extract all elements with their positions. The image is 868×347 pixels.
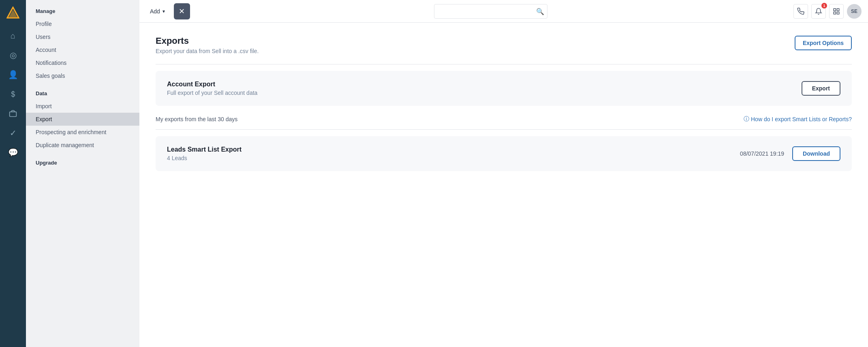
divider-1	[156, 64, 852, 64]
manage-section-title: Manage	[26, 8, 139, 17]
topbar-icons: 1 SE	[793, 4, 862, 19]
dollar-icon[interactable]: ＄	[5, 86, 21, 102]
add-label: Add	[150, 8, 160, 15]
nav-item-account[interactable]: Account	[26, 43, 139, 56]
avatar[interactable]: SE	[847, 4, 862, 19]
page-header: Exports Export your data from Sell into …	[156, 36, 852, 54]
download-date: 08/07/2021 19:19	[740, 150, 784, 157]
search-input[interactable]	[434, 4, 547, 19]
search-icon[interactable]: 🔍	[536, 7, 544, 15]
leads-export-info: Leads Smart List Export 4 Leads	[167, 146, 242, 161]
phone-icon-button[interactable]	[793, 4, 808, 19]
target-icon[interactable]: ◎	[5, 47, 21, 63]
page-header-text: Exports Export your data from Sell into …	[156, 36, 259, 54]
upgrade-section-title: Upgrade	[26, 160, 139, 169]
nav-item-sales-goals[interactable]: Sales goals	[26, 69, 139, 82]
add-button[interactable]: Add ▾	[146, 6, 169, 17]
home-icon[interactable]: ⌂	[5, 28, 21, 44]
svg-rect-5	[837, 9, 839, 11]
page-title: Exports	[156, 36, 259, 46]
chevron-down-icon: ▾	[162, 9, 165, 14]
account-export-card: Account Export Full export of your Sell …	[156, 71, 852, 106]
exports-section-row: My exports from the last 30 days ⓘ How d…	[156, 116, 852, 123]
nav-sidebar: Manage Profile Users Account Notificatio…	[26, 0, 139, 347]
help-link-text: How do I export Smart Lists or Reports?	[751, 116, 852, 122]
nav-item-notifications[interactable]: Notifications	[26, 56, 139, 69]
chat-icon[interactable]: 💬	[5, 144, 21, 161]
topbar: Add ▾ ✕ 🔍 1	[139, 0, 868, 23]
notification-bell-button[interactable]: 1	[811, 4, 826, 19]
topbar-center: ✕ 🔍	[174, 3, 789, 19]
download-right: 08/07/2021 19:19 Download	[740, 146, 840, 161]
icon-sidebar: ⌂ ◎ 👤 ＄ ✓ 💬	[0, 0, 26, 347]
briefcase-icon[interactable]	[5, 105, 21, 122]
nav-item-export[interactable]: Export	[26, 113, 139, 126]
person-icon[interactable]: 👤	[5, 66, 21, 83]
notification-badge: 1	[821, 3, 827, 9]
leads-export-sub: 4 Leads	[167, 155, 242, 161]
account-export-info: Account Export Full export of your Sell …	[167, 81, 257, 96]
nav-item-duplicate[interactable]: Duplicate management	[26, 139, 139, 152]
svg-rect-7	[834, 12, 836, 14]
leads-export-title: Leads Smart List Export	[167, 146, 242, 153]
export-options-button[interactable]: Export Options	[795, 36, 852, 50]
nav-item-profile[interactable]: Profile	[26, 17, 139, 30]
close-icon: ✕	[179, 7, 185, 16]
content-area: Exports Export your data from Sell into …	[139, 23, 868, 347]
divider-2	[156, 129, 852, 130]
nav-item-users[interactable]: Users	[26, 30, 139, 43]
help-circle-icon: ⓘ	[744, 116, 749, 123]
svg-rect-6	[837, 12, 839, 14]
download-button[interactable]: Download	[792, 146, 840, 161]
account-export-title: Account Export	[167, 81, 257, 88]
help-link[interactable]: ⓘ How do I export Smart Lists or Reports…	[744, 116, 852, 123]
focused-mode-icon[interactable]: ✕	[174, 3, 190, 19]
data-section-title: Data	[26, 90, 139, 100]
my-exports-label: My exports from the last 30 days	[156, 116, 237, 122]
svg-rect-3	[10, 112, 17, 117]
account-export-desc: Full export of your Sell account data	[167, 90, 257, 96]
check-icon[interactable]: ✓	[5, 125, 21, 141]
nav-item-prospecting[interactable]: Prospecting and enrichment	[26, 126, 139, 139]
page-subtitle: Export your data from Sell into a .csv f…	[156, 48, 259, 54]
leads-export-card: Leads Smart List Export 4 Leads 08/07/20…	[156, 136, 852, 171]
search-box-wrapper: 🔍	[431, 4, 547, 19]
main-area: Add ▾ ✕ 🔍 1	[139, 0, 868, 347]
svg-rect-4	[834, 9, 836, 11]
grid-icon-button[interactable]	[829, 4, 844, 19]
export-button[interactable]: Export	[802, 81, 840, 96]
logo[interactable]	[5, 5, 21, 21]
nav-item-import[interactable]: Import	[26, 100, 139, 113]
